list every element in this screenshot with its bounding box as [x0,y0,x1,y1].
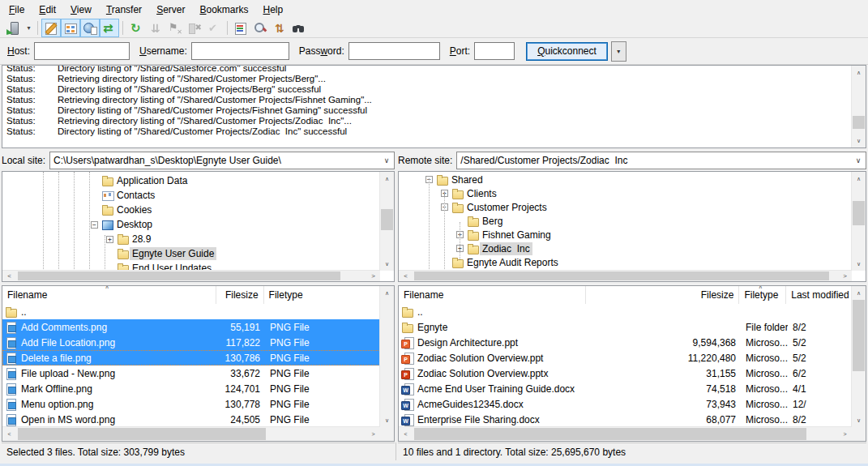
column-header-filetype[interactable]: ∧Filetype [739,286,786,304]
toggle-transfer-queue-button[interactable] [100,19,119,37]
file-row-add-file-location-png[interactable]: Add File Location.png117,822PNG File [2,335,380,350]
scrollbar-thumb[interactable] [18,428,266,440]
collapse-icon[interactable]: − [91,221,98,229]
quickconnect-dropdown[interactable]: ▾ [611,41,626,62]
tree-item-clients[interactable]: +Clients [399,186,852,200]
scrollbar-thumb[interactable] [414,271,829,280]
scroll-left-icon[interactable]: < [2,271,16,281]
column-header-filesize[interactable]: Filesize [586,286,739,304]
scroll-up-icon[interactable]: ∧ [852,66,866,79]
port-input[interactable] [474,42,515,60]
remote-site-combobox[interactable]: ∨ [456,152,866,169]
scroll-down-icon[interactable]: ∨ [852,413,866,427]
file-row-delete-a-file-png[interactable]: Delete a file.png130,786PNG File [2,350,380,366]
column-header-filename[interactable]: Filename [399,286,586,304]
refresh-button[interactable] [126,19,146,37]
username-input[interactable] [191,42,289,60]
column-header-filetype[interactable]: Filetype [264,286,380,304]
menu-edit[interactable]: Edit [32,2,63,18]
file-row-open-in-ms-word-png[interactable]: Open in MS word.png24,505PNG File [2,412,380,427]
remote-tree-horizontal-scrollbar[interactable]: < > [399,270,852,281]
file-row-acme-end-user-training-guide-docx[interactable]: Acme End User Training Guide.docx74,518M… [399,381,852,396]
scrollbar-thumb[interactable] [18,271,340,280]
file-row-design-architecture-ppt[interactable]: Design Architecture.ppt9,594,368Microso.… [399,335,852,350]
toggle-message-log-button[interactable] [41,19,61,37]
scroll-up-icon[interactable]: ∧ [380,286,394,300]
remote-files-horizontal-scrollbar[interactable]: < > [399,426,852,441]
column-header-filesize[interactable]: Filesize [216,286,264,304]
scroll-up-icon[interactable]: ∧ [852,172,866,186]
menu-help[interactable]: Help [256,2,291,18]
synchronized-browsing-button[interactable] [270,19,289,37]
toggle-local-tree-button[interactable] [61,19,80,37]
scrollbar-thumb[interactable] [853,116,865,129]
file-row-file-upload-new-png[interactable]: File upload - New.png33,672PNG File [2,366,380,381]
scroll-down-icon[interactable]: ∨ [380,257,394,271]
file-row-egnyte[interactable]: EgnyteFile folder8/2 [399,319,852,335]
column-header-filename[interactable]: ∧Filename [2,286,216,304]
disconnect-button[interactable] [185,19,204,37]
menu-server[interactable]: Server [149,2,192,18]
remote-files-vertical-scrollbar[interactable]: ∧ ∨ [851,286,866,427]
file-row-enterprise-file-sharing-docx[interactable]: Enterprise File Sharing.docx68,077Micros… [399,412,852,427]
file-row-zodiac-solution-overview-ppt[interactable]: Zodiac Solution Overview.ppt11,220,480Mi… [399,350,852,366]
scroll-down-icon[interactable]: ∨ [852,134,866,147]
file-row-menu-option-png[interactable]: Menu option.png130,778PNG File [2,396,380,412]
site-manager-dropdown[interactable]: ▾ [24,19,34,36]
scroll-down-icon[interactable]: ∨ [852,257,866,271]
local-tree-horizontal-scrollbar[interactable]: < > [2,270,380,281]
chevron-down-icon[interactable]: ∨ [379,156,394,165]
scroll-left-icon[interactable]: < [399,427,413,441]
scrollbar-thumb[interactable] [381,209,393,230]
tree-item-fishnet-gaming[interactable]: +Fishnet Gaming [399,228,852,242]
file-row-acmeguides12345-docx[interactable]: AcmeGuides12345.docx73,943Microso...12/ [399,396,852,412]
column-header-last-modified[interactable]: Last modified [786,286,852,304]
process-queue-button[interactable] [146,19,165,37]
tree-item-berg[interactable]: Berg [399,214,852,228]
scroll-right-icon[interactable]: > [838,427,852,441]
site-manager-button[interactable] [4,19,24,37]
search-button[interactable] [289,19,309,37]
scrollbar-thumb[interactable] [853,201,865,225]
file-row-zodiac-solution-overview-pptx[interactable]: Zodiac Solution Overview.pptx31,155Micro… [399,366,852,381]
local-path-input[interactable] [50,152,379,169]
password-input[interactable] [348,42,440,60]
compare-directories-button[interactable] [250,19,270,37]
expand-icon[interactable]: + [106,236,113,243]
local-files-vertical-scrollbar[interactable]: ∧ ∨ [379,286,394,427]
file-row-add-comments-png[interactable]: Add Comments.png55,191PNG File [2,319,380,335]
file-row-mark-offline-png[interactable]: Mark Offline.png124,701PNG File [2,381,380,396]
scroll-left-icon[interactable]: < [2,427,16,441]
menu-file[interactable]: File [2,2,32,18]
scrollbar-thumb[interactable] [853,300,865,371]
host-input[interactable] [34,42,130,60]
local-tree-vertical-scrollbar[interactable]: ∧ ∨ [379,172,394,271]
menu-bookmarks[interactable]: Bookmarks [192,2,255,18]
scroll-up-icon[interactable]: ∧ [380,172,394,186]
remote-path-input[interactable] [457,152,851,169]
scroll-right-icon[interactable]: > [366,271,380,281]
file-row-item[interactable]: .. [399,304,852,319]
scroll-up-icon[interactable]: ∧ [852,286,866,300]
cancel-button[interactable] [165,19,185,37]
scroll-left-icon[interactable]: < [399,271,413,281]
menu-view[interactable]: View [63,2,99,18]
message-log-scrollbar[interactable]: ∧ ∨ [851,66,866,147]
scrollbar-thumb[interactable] [414,428,806,440]
scroll-right-icon[interactable]: > [838,271,852,281]
chevron-down-icon[interactable]: ∨ [851,156,866,165]
reconnect-button[interactable] [204,19,224,37]
filter-button[interactable] [231,19,250,37]
tree-item-zodiac-inc[interactable]: +Zodiac Inc [399,242,852,255]
scroll-right-icon[interactable]: > [366,427,380,441]
tree-item-egnyte-audit-reports[interactable]: Egnyte Audit Reports [399,255,852,269]
file-row-item[interactable]: .. [2,304,380,319]
remote-tree-vertical-scrollbar[interactable]: ∧ ∨ [851,172,866,271]
scroll-down-icon[interactable]: ∨ [380,413,394,427]
toggle-remote-tree-button[interactable] [80,19,100,37]
menu-transfer[interactable]: Transfer [99,2,149,18]
tree-item-shared[interactable]: −Shared [399,173,852,186]
tree-item-customer-projects[interactable]: −Customer Projects [399,200,852,214]
local-site-combobox[interactable]: ∨ [49,152,395,169]
local-files-horizontal-scrollbar[interactable]: < > [2,426,380,441]
